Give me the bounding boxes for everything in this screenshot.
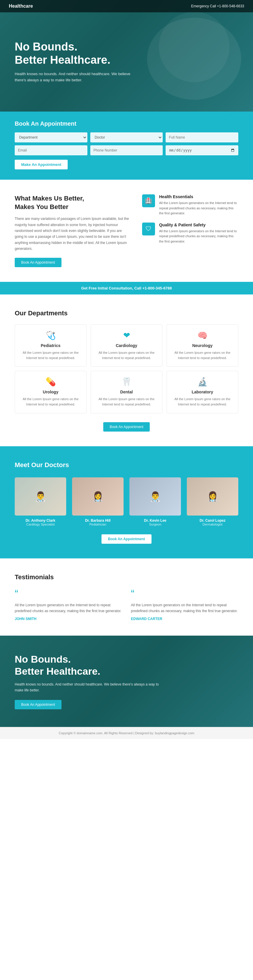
doctor-1: 👨‍⚕️ Dr. Anthony Clark Cardilogy Special… [15, 477, 66, 526]
doctor-1-avatar: 👨‍⚕️ [15, 477, 66, 515]
features-title: What Makes Us Better,Makes You Better [15, 194, 130, 211]
features-appointment-button[interactable]: Book An Appointment [15, 258, 61, 267]
dept-cardiology: ❤ Cardiology All the Lorem Ipsum gene ra… [91, 325, 162, 367]
dental-name: Dental [96, 390, 157, 394]
doctor-4-avatar: 👩‍⚕️ [187, 477, 238, 515]
feature-2-title: Quality & Patient Safety [159, 223, 238, 227]
feature-card-1: 🏥 Health Essentials All the Lorem Ipsum … [142, 194, 238, 216]
dept-dental: 🦷 Dental All the Lorem Ipsum gene rators… [91, 371, 162, 413]
testimonial-2-text: All the Lorem Ipsum generators on the In… [131, 602, 238, 614]
urology-name: Urology [20, 390, 82, 394]
feature-2-text: All the Lorem Ipsum generators on the In… [159, 229, 238, 244]
cardiology-icon: ❤ [96, 331, 157, 340]
laboratory-name: Laboratory [171, 390, 233, 394]
make-appointment-button[interactable]: Make An Appointment [15, 160, 68, 169]
fullname-input[interactable] [166, 132, 238, 142]
departments-section: Our Departments 🩺 Pediatrics All the Lor… [0, 294, 253, 446]
doctor-2-name: Dr. Barbara Hill [72, 519, 123, 523]
feature-card-2-content: Quality & Patient Safety All the Lorem I… [159, 223, 238, 244]
doctor-select[interactable]: Doctor [90, 132, 163, 142]
doctor-3-avatar-img: 👨‍⚕️ [130, 477, 181, 515]
email-input[interactable] [15, 145, 87, 155]
urology-icon: 💊 [20, 377, 82, 387]
department-select[interactable]: Department [15, 132, 87, 142]
doctor-2: 👩‍⚕️ Dr. Barbara Hill Pediatrician [72, 477, 123, 526]
hero-subtitle: Health knows no bounds. And neither shou… [15, 71, 138, 83]
dept-laboratory: 🔬 Laboratory All the Lorem Ipsum gene ra… [167, 371, 238, 413]
site-logo: Healthcare [9, 3, 33, 9]
footer-text: Copyright © domainname.com. All Rights R… [59, 731, 194, 735]
consultation-banner: Get Free Initial Consultation, Call +1-8… [0, 282, 253, 294]
neurology-icon: 🧠 [171, 331, 233, 340]
footer: Copyright © domainname.com. All Rights R… [0, 727, 253, 739]
doctor-2-avatar-img: 👩‍⚕️ [72, 477, 123, 515]
doctors-grid: 👨‍⚕️ Dr. Anthony Clark Cardilogy Special… [15, 477, 238, 526]
feature-card-1-content: Health Essentials All the Lorem Ipsum ge… [159, 194, 238, 216]
dept-neurology: 🧠 Neurology All the Lorem Ipsum gene rat… [167, 325, 238, 367]
dept-pediatrics: 🩺 Pediatrics All the Lorem Ipsum gene ra… [15, 325, 86, 367]
dept-urology: 💊 Urology All the Lorem Ipsum gene rator… [15, 371, 86, 413]
book-form-title: Book An Appointment [15, 120, 238, 127]
doctor-4: 👩‍⚕️ Dr. Carol Lopez Dermatologist [187, 477, 238, 526]
dental-text: All the Lorem Ipsum gene rators on the I… [96, 397, 157, 407]
features-right: 🏥 Health Essentials All the Lorem Ipsum … [142, 194, 238, 267]
departments-appointment-button[interactable]: Book An Appointment [103, 422, 150, 431]
emergency-call: Emergency Call +1-800-548-6633 [191, 4, 244, 8]
neurology-text: All the Lorem Ipsum gene rators on the I… [171, 350, 233, 361]
laboratory-text: All the Lorem Ipsum gene rators on the I… [171, 397, 233, 407]
testimonial-1-quote-icon: “ [15, 589, 122, 599]
features-text: There are many variations of passages of… [15, 216, 130, 251]
bottom-hero-title: No Bounds.Better Healthcare. [15, 653, 162, 677]
dental-icon: 🦷 [96, 377, 157, 387]
feature-1-title: Health Essentials [159, 194, 238, 199]
features-left: What Makes Us Better,Makes You Better Th… [15, 194, 130, 267]
testimonial-2-quote-icon: “ [131, 589, 238, 599]
feature-1-text: All the Lorem Ipsum generators on the In… [159, 200, 238, 216]
health-essentials-icon: 🏥 [142, 194, 155, 207]
pediatrics-icon: 🩺 [20, 331, 82, 340]
doctor-1-avatar-img: 👨‍⚕️ [15, 477, 66, 515]
testimonial-1-author: JOHN SMITH [15, 617, 122, 621]
testimonial-1-text: All the Lorem Ipsum generators on the In… [15, 602, 122, 614]
testimonials-grid: “ All the Lorem Ipsum generators on the … [15, 589, 238, 621]
booking-form-section: Book An Appointment Department Doctor Ma… [0, 111, 253, 180]
bottom-hero-subtitle: Health knows no bounds. And neither shou… [15, 681, 162, 694]
doctors-title: Meet Our Doctors [15, 461, 238, 469]
quality-safety-icon: 🛡 [142, 223, 155, 235]
doctor-4-name: Dr. Carol Lopez [187, 519, 238, 523]
consultation-text: Get Free Initial Consultation, Call [81, 286, 143, 290]
date-input[interactable] [166, 145, 238, 155]
doctors-appointment-button[interactable]: Book An Appointment [101, 535, 152, 544]
doctor-4-specialty: Dermatologist [187, 523, 238, 526]
doctor-3-avatar: 👨‍⚕️ [130, 477, 181, 515]
testimonials-section: Testimonials “ All the Lorem Ipsum gener… [0, 558, 253, 636]
hero-title: No Bounds.Better Healthcare. [15, 40, 138, 67]
feature-card-2: 🛡 Quality & Patient Safety All the Lorem… [142, 223, 238, 244]
doctor-3-specialty: Surgeon [130, 523, 181, 526]
doctor-1-specialty: Cardilogy Specialist [15, 523, 66, 526]
consultation-phone: +1-800-345-6788 [143, 286, 172, 290]
testimonials-title: Testimonials [15, 573, 238, 582]
bottom-hero-section: No Bounds.Better Healthcare. Health know… [0, 636, 253, 727]
doctor-2-specialty: Pediatrician [72, 523, 123, 526]
testimonial-2-author: EDWARD CARTER [131, 617, 238, 621]
laboratory-icon: 🔬 [171, 377, 233, 387]
doctor-1-name: Dr. Anthony Clark [15, 519, 66, 523]
urology-text: All the Lorem Ipsum gene rators on the I… [20, 397, 82, 407]
cardiology-text: All the Lorem Ipsum gene rators on the I… [96, 350, 157, 361]
testimonial-2: “ All the Lorem Ipsum generators on the … [131, 589, 238, 621]
pediatrics-name: Pediatrics [20, 343, 82, 348]
doctor-4-avatar-img: 👩‍⚕️ [187, 477, 238, 515]
doctor-2-avatar: 👩‍⚕️ [72, 477, 123, 515]
departments-title: Our Departments [15, 309, 238, 318]
testimonial-1: “ All the Lorem Ipsum generators on the … [15, 589, 122, 621]
bottom-hero-appointment-button[interactable]: Book An Appointment [15, 700, 61, 709]
doctor-3-name: Dr. Kevin Lee [130, 519, 181, 523]
cardiology-name: Cardiology [96, 343, 157, 348]
doctors-section: Meet Our Doctors 👨‍⚕️ Dr. Anthony Clark … [0, 446, 253, 559]
departments-grid: 🩺 Pediatrics All the Lorem Ipsum gene ra… [15, 325, 238, 413]
phone-input[interactable] [90, 145, 163, 155]
doctor-3: 👨‍⚕️ Dr. Kevin Lee Surgeon [130, 477, 181, 526]
pediatrics-text: All the Lorem Ipsum gene rators on the I… [20, 350, 82, 361]
features-section: What Makes Us Better,Makes You Better Th… [0, 180, 253, 282]
